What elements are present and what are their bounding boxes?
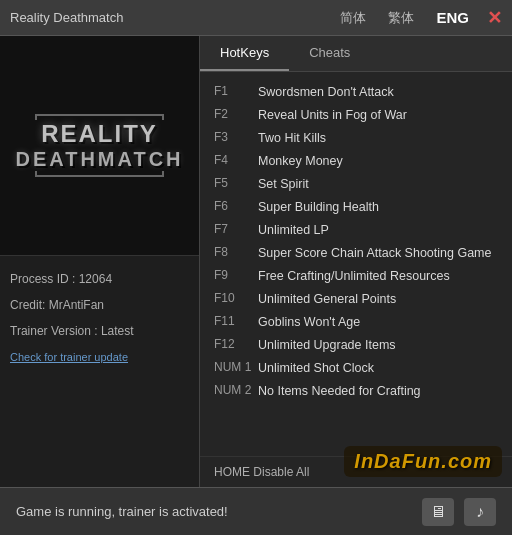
cheat-item: F7Unlimited LP <box>214 220 498 240</box>
app-title: Reality Deathmatch <box>10 10 123 25</box>
cheat-desc: Unlimited Upgrade Items <box>258 335 396 355</box>
process-id-row: Process ID : 12064 <box>10 270 189 288</box>
logo-border-bottom <box>35 171 163 177</box>
cheat-desc: Super Score Chain Attack Shooting Game <box>258 243 491 263</box>
process-id-text: Process ID : 12064 <box>10 272 112 286</box>
logo-top-text: REALITY <box>15 120 183 148</box>
cheat-item: F1Swordsmen Don't Attack <box>214 82 498 102</box>
cheat-key: NUM 1 <box>214 358 258 377</box>
cheat-item: F12Unlimited Upgrade Items <box>214 335 498 355</box>
cheat-item: NUM 1Unlimited Shot Clock <box>214 358 498 378</box>
tab-cheats[interactable]: Cheats <box>289 36 370 71</box>
trainer-version-text: Trainer Version : Latest <box>10 324 134 338</box>
cheat-item: F4Monkey Money <box>214 151 498 171</box>
cheat-desc: Two Hit Kills <box>258 128 326 148</box>
cheat-item: NUM 2No Items Needed for Crafting <box>214 381 498 401</box>
cheat-key: F11 <box>214 312 258 331</box>
tab-bar: HotKeys Cheats <box>200 36 512 72</box>
cheat-key: F9 <box>214 266 258 285</box>
lang-simplified-button[interactable]: 简体 <box>336 7 370 29</box>
cheat-desc: No Items Needed for Crafting <box>258 381 421 401</box>
cheat-desc: Super Building Health <box>258 197 379 217</box>
cheat-key: F7 <box>214 220 258 239</box>
close-button[interactable]: ✕ <box>487 7 502 29</box>
cheat-key: F10 <box>214 289 258 308</box>
cheat-key: F12 <box>214 335 258 354</box>
left-info: Process ID : 12064 Credit: MrAntiFan Tra… <box>0 256 199 487</box>
cheat-desc: Reveal Units in Fog of War <box>258 105 407 125</box>
title-bar: Reality Deathmatch 简体 繁体 ENG ✕ <box>0 0 512 36</box>
title-bar-left: Reality Deathmatch <box>10 10 123 25</box>
cheat-item: F2Reveal Units in Fog of War <box>214 105 498 125</box>
left-panel: REALITY DEATHMATCH Process ID : 12064 Cr… <box>0 36 200 487</box>
cheat-key: F5 <box>214 174 258 193</box>
cheat-key: F6 <box>214 197 258 216</box>
cheat-desc: Monkey Money <box>258 151 343 171</box>
cheat-item: F3Two Hit Kills <box>214 128 498 148</box>
cheat-item: F11Goblins Won't Age <box>214 312 498 332</box>
cheat-desc: Goblins Won't Age <box>258 312 360 332</box>
logo-bottom-text: DEATHMATCH <box>15 148 183 171</box>
cheat-key: F3 <box>214 128 258 147</box>
update-link-row[interactable]: Check for trainer update <box>10 348 189 366</box>
status-text: Game is running, trainer is activated! <box>16 504 228 519</box>
tab-hotkeys[interactable]: HotKeys <box>200 36 289 71</box>
bottom-icons: 🖥 ♪ <box>422 498 496 526</box>
cheat-item: F10Unlimited General Points <box>214 289 498 309</box>
cheat-key: F8 <box>214 243 258 262</box>
cheat-item: F6Super Building Health <box>214 197 498 217</box>
cheat-desc: Unlimited LP <box>258 220 329 240</box>
cheat-key: F1 <box>214 82 258 101</box>
cheat-key: F4 <box>214 151 258 170</box>
cheat-desc: Unlimited General Points <box>258 289 396 309</box>
update-link[interactable]: Check for trainer update <box>10 351 128 363</box>
cheat-desc: Swordsmen Don't Attack <box>258 82 394 102</box>
cheats-list: F1Swordsmen Don't AttackF2Reveal Units i… <box>200 72 512 456</box>
home-disable-label: HOME Disable All <box>200 456 512 487</box>
cheat-item: F8Super Score Chain Attack Shooting Game <box>214 243 498 263</box>
monitor-icon-button[interactable]: 🖥 <box>422 498 454 526</box>
title-bar-right: 简体 繁体 ENG ✕ <box>336 7 502 29</box>
logo-container: REALITY DEATHMATCH <box>5 104 193 187</box>
cheat-key: F2 <box>214 105 258 124</box>
lang-traditional-button[interactable]: 繁体 <box>384 7 418 29</box>
music-icon-button[interactable]: ♪ <box>464 498 496 526</box>
credit-text: Credit: MrAntiFan <box>10 298 104 312</box>
cheat-desc: Unlimited Shot Clock <box>258 358 374 378</box>
cheat-item: F5Set Spirit <box>214 174 498 194</box>
right-panel: HotKeys Cheats F1Swordsmen Don't AttackF… <box>200 36 512 487</box>
cheat-desc: Free Crafting/Unlimited Resources <box>258 266 450 286</box>
trainer-version-row: Trainer Version : Latest <box>10 322 189 340</box>
credit-row: Credit: MrAntiFan <box>10 296 189 314</box>
bottom-bar: Game is running, trainer is activated! 🖥… <box>0 487 512 535</box>
cheat-desc: Set Spirit <box>258 174 309 194</box>
cheat-key: NUM 2 <box>214 381 258 400</box>
game-logo-area: REALITY DEATHMATCH <box>0 36 199 256</box>
cheat-item: F9Free Crafting/Unlimited Resources <box>214 266 498 286</box>
lang-english-button[interactable]: ENG <box>432 7 473 28</box>
main-content: REALITY DEATHMATCH Process ID : 12064 Cr… <box>0 36 512 487</box>
